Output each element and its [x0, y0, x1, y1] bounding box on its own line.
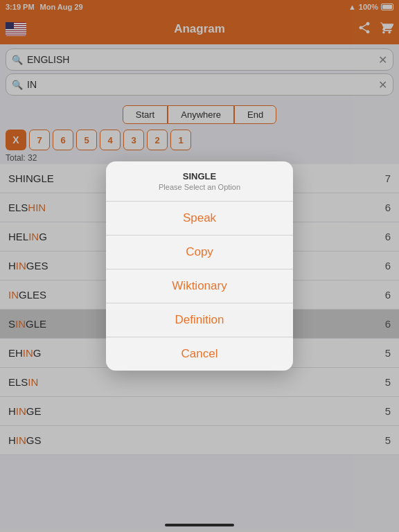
cancel-button[interactable]: Cancel [106, 337, 293, 371]
definition-button[interactable]: Definition [106, 303, 293, 337]
modal-overlay[interactable]: SINGLE Please Select an Option Speak Cop… [0, 0, 399, 532]
options-modal: SINGLE Please Select an Option Speak Cop… [106, 161, 293, 371]
copy-button[interactable]: Copy [106, 236, 293, 269]
modal-subtitle: Please Select an Option [117, 183, 282, 191]
wiktionary-button[interactable]: Wiktionary [106, 269, 293, 303]
modal-header: SINGLE Please Select an Option [106, 161, 293, 195]
modal-word: SINGLE [117, 171, 282, 181]
speak-button[interactable]: Speak [106, 202, 293, 236]
